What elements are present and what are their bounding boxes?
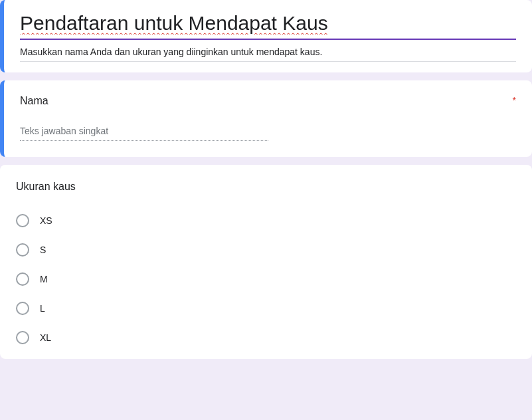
options-list: XS S M L XL (16, 206, 516, 352)
option-label: XS (40, 215, 52, 226)
radio-icon (16, 243, 29, 257)
option-label: L (40, 303, 45, 314)
radio-icon (16, 331, 29, 344)
option-row[interactable]: XS (16, 206, 516, 235)
question-title: Nama (20, 95, 48, 107)
question-title: Ukuran kaus (16, 181, 76, 193)
form-header-card (0, 0, 532, 72)
option-label: M (40, 274, 48, 284)
option-row[interactable]: S (16, 235, 516, 264)
question-card-ukuran: Ukuran kaus XS S M L XL (0, 165, 532, 359)
option-label: S (40, 245, 46, 255)
option-row[interactable]: L (16, 294, 516, 323)
radio-icon (16, 302, 29, 315)
short-answer-input[interactable] (20, 126, 268, 141)
radio-icon (16, 214, 29, 227)
option-label: XL (40, 332, 51, 343)
option-row[interactable]: XL (16, 323, 516, 352)
question-header: Nama * (20, 95, 516, 107)
form-title-input[interactable] (20, 12, 516, 40)
form-container: Nama * Ukuran kaus XS S M L (0, 0, 532, 359)
option-row[interactable]: M (16, 264, 516, 294)
question-card-nama: Nama * (0, 80, 532, 157)
question-header: Ukuran kaus (16, 181, 516, 193)
form-description-input[interactable] (20, 47, 516, 62)
radio-icon (16, 272, 29, 286)
required-asterisk: * (513, 95, 516, 106)
